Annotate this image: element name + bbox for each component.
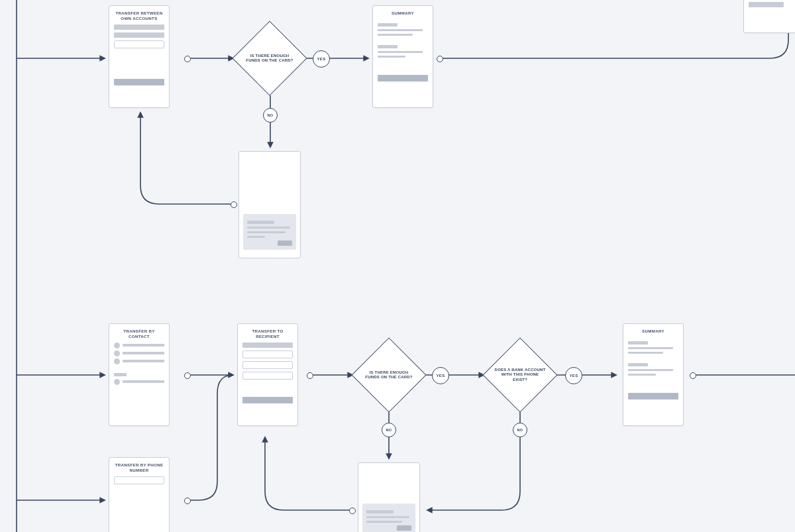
placeholder-button — [242, 397, 293, 403]
placeholder-button — [114, 79, 164, 85]
placeholder-bar — [628, 374, 656, 376]
pill-yes: YES — [432, 367, 449, 384]
port — [349, 507, 356, 514]
card-error-not-enough-funds — [238, 151, 301, 258]
contact-row — [114, 350, 164, 356]
card-transfer-by-phone: TRANSFER BY PHONE NUMBER — [109, 457, 170, 532]
card-error-not-enough-funds — [358, 462, 420, 532]
placeholder-bar — [242, 343, 293, 348]
placeholder-bar — [628, 363, 648, 366]
placeholder-bar — [114, 25, 164, 30]
card-summary: SUMMARY — [372, 5, 433, 108]
pill-no: NO — [513, 423, 527, 437]
decision-account-exists: DOES A BANK ACCOUNT WITH THIS PHONE EXIS… — [484, 339, 556, 411]
card-title: TRANSFER BY PHONE NUMBER — [114, 462, 164, 473]
port — [184, 498, 191, 504]
placeholder-bar — [114, 373, 127, 376]
placeholder-input — [114, 40, 164, 48]
decision-label: IS THERE ENOUGH FUNDS ON THE CARD? — [362, 370, 415, 380]
card-title: TRANSFER BY CONTACT — [114, 329, 164, 339]
placeholder-bar — [378, 34, 413, 36]
placeholder-input — [114, 476, 164, 484]
port — [231, 201, 237, 208]
placeholder-bar — [628, 341, 648, 345]
placeholder-input — [242, 350, 293, 358]
card-title: SUMMARY — [628, 329, 678, 338]
port — [437, 56, 443, 62]
pill-yes: YES — [565, 367, 582, 384]
card-title: TRANSFER BETWEEN OWN ACCOUNTS — [114, 11, 164, 21]
card-title: SUMMARY — [378, 11, 428, 20]
placeholder-bar — [378, 23, 398, 27]
decision-label: DOES A BANK ACCOUNT WITH THIS PHONE EXIS… — [494, 368, 547, 383]
placeholder-button — [628, 393, 678, 399]
contact-row — [114, 358, 164, 364]
pill-no: NO — [263, 108, 278, 123]
port — [690, 372, 696, 379]
placeholder-bar — [378, 51, 423, 53]
placeholder-bar — [114, 32, 164, 38]
placeholder-button — [378, 75, 428, 81]
port — [184, 372, 191, 379]
card-summary: SUMMARY — [623, 323, 684, 426]
placeholder-button — [278, 240, 292, 246]
placeholder-bar — [378, 56, 405, 58]
bottom-sheet — [243, 214, 296, 250]
bottom-sheet — [362, 504, 415, 532]
placeholder-bar — [749, 2, 784, 7]
card-transfer-by-contact: TRANSFER BY CONTACT — [109, 323, 170, 426]
placeholder-input — [242, 372, 293, 380]
card-transfer-to-recipient: TRANSFER TO RECIPIENT — [237, 323, 298, 426]
placeholder-input — [242, 361, 293, 369]
placeholder-button — [397, 525, 411, 531]
contact-row — [114, 379, 164, 385]
placeholder-bar — [378, 45, 398, 48]
placeholder-bar — [628, 347, 673, 349]
pill-no: NO — [382, 423, 396, 437]
port — [307, 372, 313, 379]
placeholder-bar — [628, 369, 673, 371]
card-title: TRANSFER TO RECIPIENT — [242, 329, 293, 339]
pill-yes: YES — [313, 50, 330, 68]
decision-enough-funds: IS THERE ENOUGH FUNDS ON THE CARD? — [352, 339, 425, 411]
decision-enough-funds: IS THERE ENOUGH FUNDS ON THE CARD? — [233, 22, 306, 95]
card-offscreen — [743, 0, 795, 33]
card-transfer-own-accounts: TRANSFER BETWEEN OWN ACCOUNTS — [109, 5, 170, 108]
port — [184, 56, 191, 62]
decision-label: IS THERE ENOUGH FUNDS ON THE CARD? — [243, 54, 296, 64]
placeholder-bar — [378, 29, 423, 31]
contact-row — [114, 343, 164, 348]
placeholder-bar — [628, 352, 663, 354]
